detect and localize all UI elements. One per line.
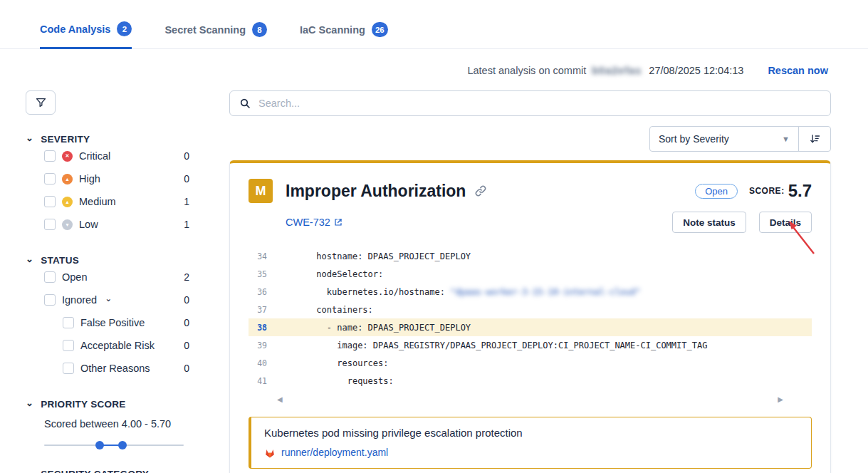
tab-count-badge: 26	[372, 22, 388, 37]
chevron-down-icon[interactable]: ⌄	[105, 293, 112, 303]
checkbox[interactable]	[63, 363, 74, 374]
severity-count: 1	[184, 219, 189, 230]
checkbox[interactable]	[44, 196, 56, 207]
tab-bar: Code Analysis2Secret Scanning8IaC Scanni…	[0, 0, 868, 49]
chevron-down-icon[interactable]: ⌄	[26, 256, 33, 263]
cwe-link[interactable]: CWE-732	[286, 217, 343, 228]
severity-label: Critical	[79, 150, 110, 162]
status-row-ignored: Ignored⌄0	[44, 289, 189, 311]
severity-row-critical: ✕Critical0	[44, 145, 189, 167]
checkbox[interactable]	[63, 340, 74, 351]
tab-iac-scanning[interactable]: IaC Scanning26	[300, 21, 388, 48]
severity-section-title: SEVERITY	[41, 134, 90, 145]
line-content: kubernetes.io/hostname: "dpaas-worker-3-…	[286, 287, 641, 297]
status-count: 0	[184, 294, 189, 306]
code-line: 35 nodeSelector:	[249, 265, 812, 283]
finding-message-box: Kubernetes pod missing privilege escalat…	[249, 417, 812, 469]
checkbox[interactable]	[63, 317, 74, 328]
finding-title: Improper Authorization	[286, 182, 466, 201]
severity-section-header: ⌄ SEVERITY	[26, 134, 207, 145]
rescan-now-link[interactable]: Rescan now	[768, 65, 828, 76]
content-area: ⌄ SEVERITY ✕Critical0▲High0▲Medium1▼Low1…	[0, 76, 868, 473]
checkbox[interactable]	[44, 173, 56, 184]
finding-card-header: M Improper Authorization Open SCORE: 5.7…	[230, 163, 830, 233]
line-number: 40	[249, 358, 267, 368]
code-line: 37 containers:	[249, 301, 812, 318]
priority-section-title: PRIORITY SCORE	[41, 399, 125, 410]
status-subrow-false-positive: False Positive0	[63, 311, 189, 334]
status-sub-label: Other Reasons	[80, 363, 150, 374]
severity-medium-badge: M	[249, 179, 273, 203]
sort-descending-icon	[809, 133, 821, 145]
severity-list: ✕Critical0▲High0▲Medium1▼Low1	[26, 145, 207, 236]
sort-control: Sort by Severity ▼	[649, 126, 831, 152]
finding-message: Kubernetes pod missing privilege escalat…	[264, 427, 798, 439]
tab-code-analysis[interactable]: Code Analysis2	[40, 21, 132, 49]
status-section-title: STATUS	[41, 255, 79, 266]
slider-handle-max[interactable]	[118, 441, 127, 449]
status-sub-label: Acceptable Risk	[80, 340, 155, 351]
ignored-sub-list: False Positive0Acceptable Risk0Other Rea…	[26, 311, 207, 380]
search-icon	[239, 98, 251, 109]
status-label: Ignored	[62, 294, 97, 306]
commit-hash-redacted: b0a2efas	[592, 65, 642, 76]
medium-severity-icon: ▲	[62, 197, 73, 207]
slider-handle-min[interactable]	[95, 441, 104, 449]
sort-by-dropdown[interactable]: Sort by Severity ▼	[650, 127, 798, 151]
note-status-button[interactable]: Note status	[672, 212, 746, 233]
cwe-link-label: CWE-732	[286, 217, 330, 228]
line-content: requests:	[286, 376, 394, 386]
gitlab-icon	[264, 447, 276, 458]
status-sub-count: 0	[184, 340, 189, 351]
sort-by-value: Sort by Severity	[659, 133, 729, 145]
score-label: SCORE:	[749, 186, 785, 196]
chevron-down-icon[interactable]: ⌄	[26, 400, 33, 407]
sort-direction-button[interactable]	[798, 127, 830, 151]
chevron-down-icon[interactable]: ⌄	[26, 469, 33, 473]
priority-score-range-text: Scored between 4.00 - 5.70	[26, 418, 207, 430]
search-input[interactable]	[258, 98, 821, 109]
scroll-right-icon[interactable]: ▶	[778, 395, 783, 403]
findings-main: Sort by Severity ▼ M Improper Authorizat…	[229, 90, 831, 473]
low-severity-icon: ▼	[62, 219, 73, 230]
severity-count: 1	[184, 196, 189, 207]
status-row-open: Open2	[44, 266, 189, 289]
line-number: 39	[249, 341, 267, 350]
priority-score-slider	[44, 441, 184, 449]
filter-sidebar: ⌄ SEVERITY ✕Critical0▲High0▲Medium1▼Low1…	[26, 90, 207, 473]
code-line: 39 image: DPAAS_REGISTRY/DPAAS_PROJECT_D…	[249, 336, 812, 354]
line-content: nodeSelector:	[286, 269, 383, 279]
chevron-down-icon[interactable]: ⌄	[26, 135, 33, 142]
file-link-label: runner/deployment.yaml	[281, 447, 388, 458]
code-line: 40 resources:	[249, 354, 812, 372]
code-snippet: 34 hostname: DPAAS_PROJECT_DEPLOY35 node…	[249, 247, 812, 390]
line-number: 35	[249, 269, 267, 279]
priority-section-header: ⌄ PRIORITY SCORE	[26, 399, 207, 410]
severity-count: 0	[184, 150, 189, 162]
severity-row-medium: ▲Medium1	[44, 190, 189, 213]
search-bar	[229, 90, 831, 116]
scroll-left-icon[interactable]: ◀	[277, 395, 283, 403]
line-number: 37	[249, 305, 267, 315]
status-section-header: ⌄ STATUS	[26, 255, 207, 266]
tab-secret-scanning[interactable]: Secret Scanning8	[164, 21, 267, 48]
checkbox[interactable]	[44, 294, 56, 306]
file-link[interactable]: runner/deployment.yaml	[264, 447, 798, 458]
funnel-icon	[35, 97, 47, 108]
line-number: 41	[249, 376, 267, 386]
code-line: 36 kubernetes.io/hostname: "dpaas-worker…	[249, 283, 812, 301]
checkbox[interactable]	[44, 271, 56, 283]
details-button[interactable]: Details	[759, 212, 812, 233]
analysis-timestamp: 27/08/2025 12:04:13	[649, 65, 743, 76]
category-section-title: SECURITY CATEGORY	[41, 469, 149, 473]
status-count: 2	[184, 271, 189, 283]
status-sub-count: 0	[184, 363, 189, 374]
checkbox[interactable]	[44, 219, 56, 230]
severity-label: High	[79, 173, 100, 184]
checkbox[interactable]	[44, 150, 56, 162]
line-content: resources:	[286, 358, 389, 368]
finding-card: M Improper Authorization Open SCORE: 5.7…	[229, 160, 831, 473]
filter-button[interactable]	[26, 90, 56, 115]
permalink-icon[interactable]	[474, 184, 487, 197]
line-content: image: DPAAS_REGISTRY/DPAAS_PROJECT_DEPL…	[286, 341, 707, 350]
